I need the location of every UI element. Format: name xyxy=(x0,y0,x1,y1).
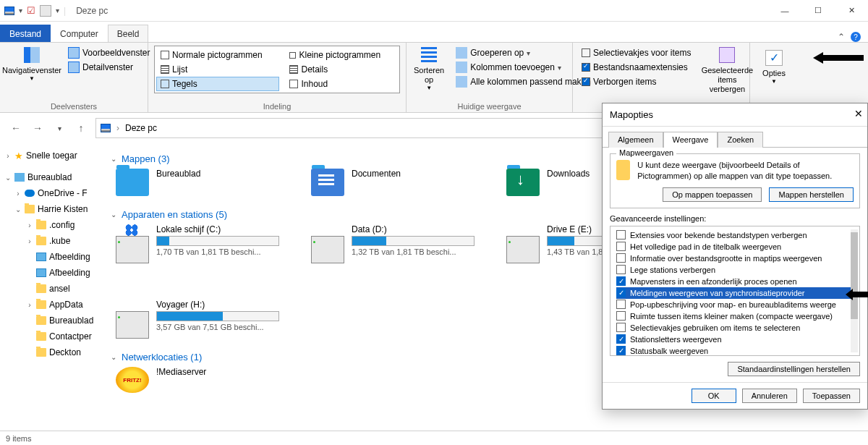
tree-item[interactable]: ansel xyxy=(1,281,100,297)
history-button[interactable]: ▾ xyxy=(52,124,67,132)
qat-new-folder-icon[interactable] xyxy=(40,5,51,17)
tree-desktop[interactable]: ⌄Bureaublad xyxy=(1,169,100,185)
hide-selected-button[interactable]: Geselecteerde items verbergen xyxy=(701,46,753,96)
checkbox-icon[interactable]: ✓ xyxy=(616,276,626,286)
minimize-button[interactable]: — xyxy=(768,0,801,22)
tree-onedrive[interactable]: ›OneDrive - F xyxy=(1,185,100,201)
close-button[interactable]: ✕ xyxy=(835,0,868,22)
adv-setting[interactable]: Extensies voor bekende bestandstypen ver… xyxy=(616,229,855,241)
checkbox-icon[interactable] xyxy=(616,323,626,332)
sort-icon xyxy=(421,47,437,63)
adv-setting[interactable]: ✓Statusbalk weergeven xyxy=(616,345,855,356)
drive-icon xyxy=(506,236,540,263)
checkbox-icon[interactable] xyxy=(616,300,626,309)
menu-computer[interactable]: Computer xyxy=(51,25,108,42)
tree-quick-access[interactable]: ›★Snelle toegar xyxy=(1,148,100,164)
ribbon-collapse-icon[interactable]: ⌃ xyxy=(838,32,845,42)
svg-marker-0 xyxy=(813,52,864,64)
show-checkboxes[interactable]: Selectievakjes voor items xyxy=(579,46,694,60)
nav-tree[interactable]: ›★Snelle toegar ⌄Bureaublad ›OneDrive - … xyxy=(0,143,101,431)
adv-setting[interactable]: ✓Meldingen weergeven van synchronisatiep… xyxy=(616,287,855,299)
checkbox-icon[interactable] xyxy=(616,311,626,321)
adv-setting[interactable]: Selectievakjes gebruiken om items te sel… xyxy=(616,322,855,334)
tree-item[interactable]: Afbeelding xyxy=(1,249,100,265)
sort-button[interactable]: Sorteren op▼ xyxy=(412,46,446,93)
adv-setting[interactable]: ✓Stationsletters weergeven xyxy=(616,334,855,345)
tile-documenten[interactable]: Documenten xyxy=(311,169,477,196)
folder-icon xyxy=(25,205,35,213)
sizecols-icon xyxy=(456,76,467,88)
tab-view[interactable]: Weergave xyxy=(663,132,718,148)
checkbox-icon[interactable] xyxy=(616,253,626,263)
maximize-button[interactable]: ☐ xyxy=(801,0,835,22)
layout-tiles[interactable]: Tegels xyxy=(156,77,279,91)
documents-icon xyxy=(311,169,344,196)
tree-item[interactable]: ›AppData xyxy=(1,297,100,313)
dialog-title-bar[interactable]: Mapopties ✕ xyxy=(603,103,867,127)
cloud-icon xyxy=(25,190,35,197)
adv-setting[interactable]: ✓Mapvensters in een afzonderlijk proces … xyxy=(616,276,855,287)
checkbox-icon[interactable]: ✓ xyxy=(616,346,626,355)
layout-details[interactable]: Details xyxy=(285,62,398,77)
tile-drive[interactable]: Lokale schijf (C:)1,70 TB van 1,81 TB be… xyxy=(116,224,282,263)
show-hidden[interactable]: Verborgen items xyxy=(579,75,694,89)
tree-item[interactable]: Deckton xyxy=(1,344,100,360)
advanced-settings-list[interactable]: Extensies voor bekende bestandstypen ver… xyxy=(610,226,860,356)
apply-button[interactable]: Toepassen xyxy=(803,389,860,403)
adv-setting[interactable]: Pop-upbeschrijving voor map- en bureaubl… xyxy=(616,299,855,310)
ok-button[interactable]: OK xyxy=(692,389,736,403)
cancel-button[interactable]: Annuleren xyxy=(742,389,797,403)
folder-icon xyxy=(36,221,46,229)
tree-user[interactable]: ⌄Harrie Kisten xyxy=(1,201,100,217)
checkbox-icon[interactable]: ✓ xyxy=(616,334,626,344)
layout-content[interactable]: Inhoud xyxy=(285,77,398,91)
tile-mediaserver[interactable]: FRITZ!!Mediaserver xyxy=(116,367,282,393)
tree-item[interactable]: Bureaublad xyxy=(1,313,100,329)
checkbox-icon[interactable] xyxy=(616,242,626,251)
adv-setting[interactable]: Informatie over bestandsgrootte in mapti… xyxy=(616,253,855,264)
tree-item[interactable]: ›.config xyxy=(1,217,100,233)
breadcrumb-root[interactable]: Deze pc xyxy=(125,123,157,133)
qat-chevron2-icon[interactable]: ▾ xyxy=(56,7,59,14)
checkbox-icon[interactable] xyxy=(616,265,626,274)
qat-chevron-icon[interactable]: ▾ xyxy=(19,7,22,14)
apply-to-folders-button[interactable]: Op mappen toepassen xyxy=(663,187,762,202)
folder-options-dialog: Mapopties ✕ Algemeen Weergave Zoeken Map… xyxy=(602,103,868,410)
menu-file[interactable]: Bestand xyxy=(0,25,51,42)
adv-setting[interactable]: Ruimte tussen items kleiner maken (compa… xyxy=(616,310,855,322)
folder-icon xyxy=(616,160,630,180)
adv-setting[interactable]: Lege stations verbergen xyxy=(616,264,855,276)
preview-pane-button[interactable]: Voorbeeldvenster xyxy=(65,46,153,60)
menu-view[interactable]: Beeld xyxy=(108,25,149,42)
tree-item[interactable]: ›.kube xyxy=(1,233,100,249)
layout-normal[interactable]: Normale pictogrammen xyxy=(156,48,279,62)
reset-folders-button[interactable]: Mappen herstellen xyxy=(769,187,854,202)
checkbox-icon[interactable] xyxy=(616,230,626,240)
tab-general[interactable]: Algemeen xyxy=(608,132,663,148)
tile-bureaublad[interactable]: Bureaublad xyxy=(116,169,282,196)
checkbox-icon[interactable]: ✓ xyxy=(616,288,626,297)
pc-icon xyxy=(101,124,111,132)
up-button[interactable]: ↑ xyxy=(74,122,88,134)
back-button[interactable]: ← xyxy=(9,122,23,134)
advanced-label: Geavanceerde instellingen: xyxy=(610,214,860,223)
options-button[interactable]: ✓ Opties ▼ xyxy=(756,46,792,85)
adv-setting[interactable]: Het volledige pad in de titelbalk weerge… xyxy=(616,241,855,253)
tree-item[interactable]: Contactper xyxy=(1,329,100,344)
dialog-close-button[interactable]: ✕ xyxy=(854,108,863,119)
drive-icon xyxy=(311,236,344,263)
layout-small[interactable]: Kleine pictogrammen xyxy=(285,48,398,62)
help-icon[interactable]: ? xyxy=(851,32,861,42)
nav-pane-button[interactable]: Navigatievenster▼ xyxy=(6,46,58,84)
qat-properties-icon[interactable]: ☑ xyxy=(27,5,35,16)
tree-item[interactable]: Afbeelding xyxy=(1,265,100,281)
forward-button[interactable]: → xyxy=(30,122,45,134)
layout-gallery[interactable]: Normale pictogrammen Kleine pictogrammen… xyxy=(154,46,400,93)
detail-pane-button[interactable]: Detailvenster xyxy=(65,60,153,75)
tile-drive[interactable]: Data (D:)1,32 TB van 1,81 TB beschi... xyxy=(311,224,477,263)
restore-defaults-button[interactable]: Standaardinstellingen herstellen xyxy=(728,362,860,376)
tab-search[interactable]: Zoeken xyxy=(718,132,763,148)
addcols-icon xyxy=(456,62,467,73)
layout-list[interactable]: Lijst xyxy=(156,62,279,77)
show-extensions[interactable]: Bestandsnaamextensies xyxy=(579,60,694,75)
